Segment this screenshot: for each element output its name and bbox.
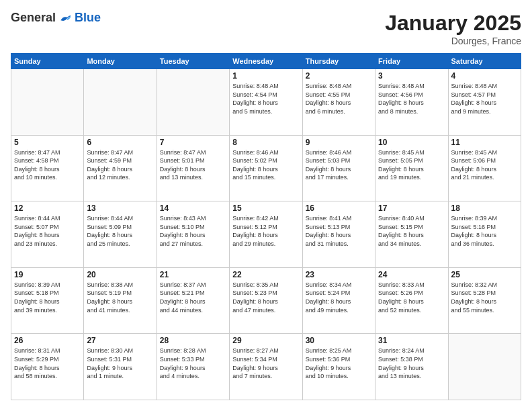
title-area: January 2025 Dourges, France bbox=[385, 11, 521, 46]
calendar-cell-w1-d5: 2Sunrise: 8:48 AM Sunset: 4:55 PM Daylig… bbox=[302, 69, 375, 136]
calendar-table: Sunday Monday Tuesday Wednesday Thursday… bbox=[11, 53, 521, 400]
day-info: Sunrise: 8:40 AM Sunset: 5:15 PM Dayligh… bbox=[378, 214, 445, 248]
calendar-cell-w5-d7 bbox=[448, 334, 521, 400]
week-row-3: 12Sunrise: 8:44 AM Sunset: 5:07 PM Dayli… bbox=[11, 201, 521, 268]
calendar-cell-w3-d6: 17Sunrise: 8:40 AM Sunset: 5:15 PM Dayli… bbox=[375, 201, 448, 268]
day-info: Sunrise: 8:25 AM Sunset: 5:36 PM Dayligh… bbox=[306, 347, 372, 380]
day-number: 14 bbox=[160, 203, 226, 213]
day-info: Sunrise: 8:30 AM Sunset: 5:31 PM Dayligh… bbox=[87, 347, 153, 380]
day-info: Sunrise: 8:45 AM Sunset: 5:06 PM Dayligh… bbox=[451, 148, 518, 182]
calendar-cell-w4-d6: 24Sunrise: 8:33 AM Sunset: 5:26 PM Dayli… bbox=[375, 267, 448, 334]
day-number: 21 bbox=[160, 270, 226, 279]
day-info: Sunrise: 8:32 AM Sunset: 5:28 PM Dayligh… bbox=[451, 281, 518, 314]
day-number: 16 bbox=[306, 203, 372, 213]
day-number: 8 bbox=[232, 138, 299, 147]
day-number: 9 bbox=[306, 138, 372, 147]
calendar-cell-w1-d1 bbox=[11, 69, 84, 136]
calendar-cell-w1-d7: 4Sunrise: 8:48 AM Sunset: 4:57 PM Daylig… bbox=[448, 69, 521, 136]
day-number: 12 bbox=[14, 203, 81, 213]
day-number: 25 bbox=[451, 270, 518, 279]
day-info: Sunrise: 8:27 AM Sunset: 5:34 PM Dayligh… bbox=[232, 347, 299, 380]
calendar-cell-w2-d3: 7Sunrise: 8:47 AM Sunset: 5:01 PM Daylig… bbox=[157, 135, 229, 201]
day-number: 30 bbox=[306, 336, 372, 345]
page: General Blue January 2025 Dourges, Franc… bbox=[0, 0, 532, 411]
day-number: 7 bbox=[160, 138, 226, 147]
day-info: Sunrise: 8:28 AM Sunset: 5:33 PM Dayligh… bbox=[160, 347, 226, 380]
calendar-cell-w3-d1: 12Sunrise: 8:44 AM Sunset: 5:07 PM Dayli… bbox=[11, 201, 84, 268]
calendar-cell-w4-d5: 23Sunrise: 8:34 AM Sunset: 5:24 PM Dayli… bbox=[302, 267, 375, 334]
day-info: Sunrise: 8:43 AM Sunset: 5:10 PM Dayligh… bbox=[160, 214, 226, 248]
calendar-cell-w2-d1: 5Sunrise: 8:47 AM Sunset: 4:58 PM Daylig… bbox=[11, 135, 84, 201]
calendar-cell-w1-d2 bbox=[84, 69, 157, 136]
day-info: Sunrise: 8:46 AM Sunset: 5:02 PM Dayligh… bbox=[232, 148, 299, 182]
calendar-cell-w1-d6: 3Sunrise: 8:48 AM Sunset: 4:56 PM Daylig… bbox=[375, 69, 448, 136]
day-info: Sunrise: 8:47 AM Sunset: 4:59 PM Dayligh… bbox=[87, 148, 153, 182]
day-number: 28 bbox=[160, 336, 226, 345]
calendar-cell-w4-d7: 25Sunrise: 8:32 AM Sunset: 5:28 PM Dayli… bbox=[448, 267, 521, 334]
day-info: Sunrise: 8:48 AM Sunset: 4:54 PM Dayligh… bbox=[232, 82, 299, 116]
week-row-5: 26Sunrise: 8:31 AM Sunset: 5:29 PM Dayli… bbox=[11, 334, 521, 400]
day-number: 11 bbox=[451, 138, 518, 147]
calendar-cell-w3-d3: 14Sunrise: 8:43 AM Sunset: 5:10 PM Dayli… bbox=[157, 201, 229, 268]
day-number: 31 bbox=[378, 336, 445, 345]
calendar-cell-w2-d4: 8Sunrise: 8:46 AM Sunset: 5:02 PM Daylig… bbox=[230, 135, 302, 201]
day-number: 10 bbox=[378, 138, 445, 147]
calendar-cell-w5-d6: 31Sunrise: 8:24 AM Sunset: 5:38 PM Dayli… bbox=[375, 334, 448, 400]
col-wednesday: Wednesday bbox=[230, 54, 302, 69]
week-row-1: 1Sunrise: 8:48 AM Sunset: 4:54 PM Daylig… bbox=[11, 69, 521, 136]
calendar-cell-w4-d1: 19Sunrise: 8:39 AM Sunset: 5:18 PM Dayli… bbox=[11, 267, 84, 334]
logo-general: General bbox=[11, 11, 56, 25]
col-thursday: Thursday bbox=[302, 54, 375, 69]
col-tuesday: Tuesday bbox=[157, 54, 229, 69]
day-number: 18 bbox=[451, 203, 518, 213]
col-sunday: Sunday bbox=[11, 54, 84, 69]
day-info: Sunrise: 8:48 AM Sunset: 4:55 PM Dayligh… bbox=[306, 82, 372, 116]
calendar-cell-w5-d2: 27Sunrise: 8:30 AM Sunset: 5:31 PM Dayli… bbox=[84, 334, 157, 400]
day-info: Sunrise: 8:48 AM Sunset: 4:56 PM Dayligh… bbox=[378, 82, 445, 116]
location: Dourges, France bbox=[385, 36, 521, 46]
calendar-cell-w3-d2: 13Sunrise: 8:44 AM Sunset: 5:09 PM Dayli… bbox=[84, 201, 157, 268]
logo: General Blue bbox=[11, 11, 101, 25]
calendar-cell-w1-d3 bbox=[157, 69, 229, 136]
logo-bird-icon bbox=[58, 11, 72, 25]
day-info: Sunrise: 8:41 AM Sunset: 5:13 PM Dayligh… bbox=[306, 214, 372, 248]
day-info: Sunrise: 8:45 AM Sunset: 5:05 PM Dayligh… bbox=[378, 148, 445, 182]
day-number: 4 bbox=[451, 71, 518, 81]
day-number: 26 bbox=[14, 336, 81, 345]
calendar-cell-w5-d4: 29Sunrise: 8:27 AM Sunset: 5:34 PM Dayli… bbox=[230, 334, 302, 400]
day-info: Sunrise: 8:38 AM Sunset: 5:19 PM Dayligh… bbox=[87, 281, 153, 314]
day-number: 6 bbox=[87, 138, 153, 147]
calendar-cell-w3-d4: 15Sunrise: 8:42 AM Sunset: 5:12 PM Dayli… bbox=[230, 201, 302, 268]
day-info: Sunrise: 8:34 AM Sunset: 5:24 PM Dayligh… bbox=[306, 281, 372, 314]
day-info: Sunrise: 8:44 AM Sunset: 5:09 PM Dayligh… bbox=[87, 214, 153, 248]
week-row-2: 5Sunrise: 8:47 AM Sunset: 4:58 PM Daylig… bbox=[11, 135, 521, 201]
day-number: 19 bbox=[14, 270, 81, 279]
calendar-cell-w1-d4: 1Sunrise: 8:48 AM Sunset: 4:54 PM Daylig… bbox=[230, 69, 302, 136]
day-number: 22 bbox=[232, 270, 299, 279]
day-number: 15 bbox=[232, 203, 299, 213]
day-number: 3 bbox=[378, 71, 445, 81]
day-info: Sunrise: 8:39 AM Sunset: 5:18 PM Dayligh… bbox=[14, 281, 81, 314]
col-saturday: Saturday bbox=[448, 54, 521, 69]
day-info: Sunrise: 8:46 AM Sunset: 5:03 PM Dayligh… bbox=[306, 148, 372, 182]
calendar-cell-w5-d5: 30Sunrise: 8:25 AM Sunset: 5:36 PM Dayli… bbox=[302, 334, 375, 400]
day-info: Sunrise: 8:39 AM Sunset: 5:16 PM Dayligh… bbox=[451, 214, 518, 248]
day-info: Sunrise: 8:24 AM Sunset: 5:38 PM Dayligh… bbox=[378, 347, 445, 380]
calendar-cell-w3-d7: 18Sunrise: 8:39 AM Sunset: 5:16 PM Dayli… bbox=[448, 201, 521, 268]
day-number: 29 bbox=[232, 336, 299, 345]
day-number: 17 bbox=[378, 203, 445, 213]
day-info: Sunrise: 8:47 AM Sunset: 5:01 PM Dayligh… bbox=[160, 148, 226, 182]
day-info: Sunrise: 8:31 AM Sunset: 5:29 PM Dayligh… bbox=[14, 347, 81, 380]
day-number: 13 bbox=[87, 203, 153, 213]
calendar-header-row: Sunday Monday Tuesday Wednesday Thursday… bbox=[11, 54, 521, 69]
calendar-cell-w5-d3: 28Sunrise: 8:28 AM Sunset: 5:33 PM Dayli… bbox=[157, 334, 229, 400]
day-info: Sunrise: 8:35 AM Sunset: 5:23 PM Dayligh… bbox=[232, 281, 299, 314]
calendar-cell-w4-d4: 22Sunrise: 8:35 AM Sunset: 5:23 PM Dayli… bbox=[230, 267, 302, 334]
day-info: Sunrise: 8:42 AM Sunset: 5:12 PM Dayligh… bbox=[232, 214, 299, 248]
day-number: 24 bbox=[378, 270, 445, 279]
calendar-cell-w4-d2: 20Sunrise: 8:38 AM Sunset: 5:19 PM Dayli… bbox=[84, 267, 157, 334]
logo-blue: Blue bbox=[75, 11, 101, 25]
day-info: Sunrise: 8:48 AM Sunset: 4:57 PM Dayligh… bbox=[451, 82, 518, 116]
calendar-cell-w2-d5: 9Sunrise: 8:46 AM Sunset: 5:03 PM Daylig… bbox=[302, 135, 375, 201]
day-info: Sunrise: 8:44 AM Sunset: 5:07 PM Dayligh… bbox=[14, 214, 81, 248]
